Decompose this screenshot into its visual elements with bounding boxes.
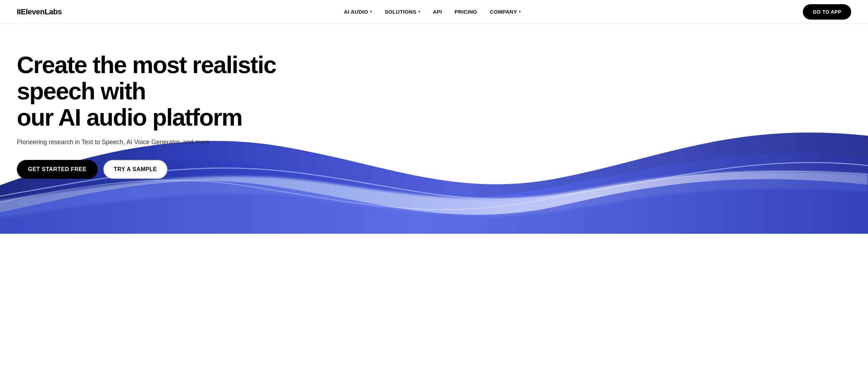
try-sample-button[interactable]: TRY A SAMPLE — [103, 160, 167, 179]
chevron-down-icon: ▾ — [370, 9, 372, 14]
nav-ai-audio[interactable]: AI AUDIO ▾ — [344, 9, 372, 15]
get-started-button[interactable]: GET STARTED FREE — [17, 160, 98, 179]
navbar: IIElevenLabs AI AUDIO ▾ SOLUTIONS ▾ API … — [0, 0, 868, 24]
chevron-down-icon: ▾ — [519, 9, 521, 14]
logo[interactable]: IIElevenLabs — [17, 7, 62, 16]
hero-title: Create the most realistic speech with ou… — [17, 52, 318, 130]
nav-pricing[interactable]: PRICING — [455, 9, 477, 15]
chevron-down-icon: ▾ — [418, 9, 420, 14]
hero-content: Create the most realistic speech with ou… — [17, 52, 318, 179]
go-to-app-button[interactable]: GO TO APP — [803, 4, 851, 20]
hero-subtitle: Pioneering research in Text to Speech, A… — [17, 139, 318, 146]
nav-api[interactable]: API — [433, 9, 442, 15]
hero-buttons: GET STARTED FREE TRY A SAMPLE — [17, 160, 318, 179]
nav-company[interactable]: COMPANY ▾ — [490, 9, 521, 15]
hero-section: Create the most realistic speech with ou… — [0, 24, 868, 234]
nav-links: AI AUDIO ▾ SOLUTIONS ▾ API PRICING COMPA… — [344, 9, 521, 15]
nav-solutions[interactable]: SOLUTIONS ▾ — [385, 9, 420, 15]
nav-right: GO TO APP — [803, 4, 851, 20]
